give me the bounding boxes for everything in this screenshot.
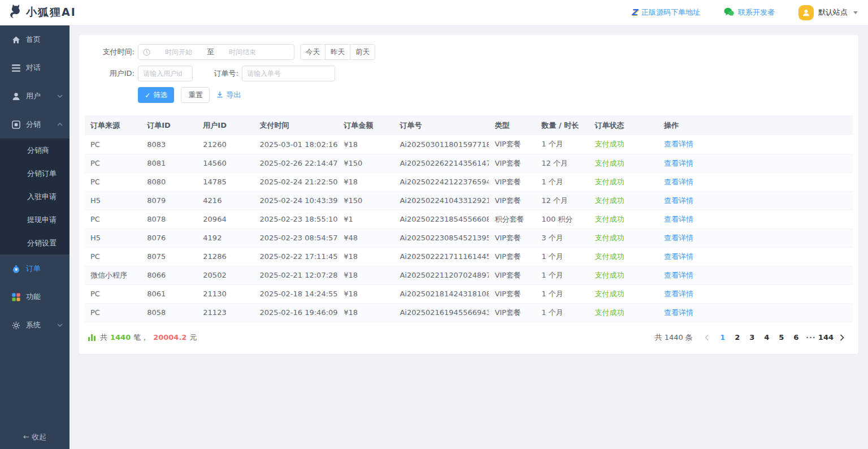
export-button[interactable]: 导出	[216, 90, 241, 100]
cell-status: 支付成功	[589, 191, 658, 210]
cell-order_no: Ai202502262214356147	[394, 154, 489, 172]
cell-source: PC	[85, 303, 141, 322]
view-details-link[interactable]: 查看详情	[664, 290, 693, 298]
view-details-link[interactable]: 查看详情	[664, 215, 693, 223]
time-start-input[interactable]	[153, 48, 205, 56]
cell-pay_time: 2025-02-16 19:46:09	[254, 303, 338, 322]
orders-card: 支付时间: 至 今天 昨天 前天 用户ID:	[79, 35, 858, 354]
cell-order_id: 8081	[141, 154, 197, 172]
cell-type: 积分套餐	[489, 210, 536, 228]
table-body: PC8083212602025-03-01 18:02:16¥18Ai20250…	[85, 135, 853, 322]
next-page-button[interactable]	[835, 330, 849, 345]
cell-user_id: 20502	[197, 266, 254, 284]
order-no-input[interactable]	[242, 66, 335, 81]
cell-order_no: Ai202503011801597718	[394, 135, 489, 154]
view-details-link[interactable]: 查看详情	[664, 308, 693, 317]
svg-text:¥: ¥	[15, 267, 18, 272]
page-button-2[interactable]: 2	[730, 330, 745, 345]
day-before-button[interactable]: 前天	[350, 44, 375, 60]
sidebar-item-users[interactable]: 用户	[0, 82, 70, 110]
sidebar-collapse-button[interactable]: ← 收起	[0, 432, 70, 442]
cell-order_no: Ai202502211207024897	[394, 266, 489, 284]
cell-order_no: Ai202502221711161445	[394, 247, 489, 266]
cell-quantity: 1 个月	[536, 135, 589, 154]
cell-user_id: 4192	[197, 228, 254, 247]
table-row: PC8058211232025-02-16 19:46:09¥18Ai20250…	[85, 303, 853, 322]
cell-quantity: 1 个月	[536, 172, 589, 191]
status-badge: 支付成功	[594, 196, 624, 205]
status-badge: 支付成功	[594, 234, 624, 242]
page-button-144[interactable]: 144	[818, 330, 834, 345]
cell-order_no: Ai202502241043312921	[394, 191, 489, 210]
cell-action: 查看详情	[658, 191, 853, 210]
cell-amount: ¥150	[338, 191, 394, 210]
page-button-6[interactable]: 6	[789, 330, 804, 345]
page-button-5[interactable]: 5	[774, 330, 789, 345]
view-details-link[interactable]: 查看详情	[664, 159, 693, 167]
page-button-4[interactable]: 4	[760, 330, 774, 345]
time-range-picker[interactable]: 至	[138, 44, 294, 60]
cell-order_id: 8058	[141, 303, 197, 322]
cell-type: VIP套餐	[489, 247, 536, 266]
sidebar-item-withdrawal-applications[interactable]: 提现申请	[0, 208, 70, 231]
status-badge: 支付成功	[594, 159, 624, 167]
genuine-source-link[interactable]: Z 正版源码下单地址	[631, 7, 700, 18]
cell-pay_time: 2025-02-18 14:24:55	[254, 284, 338, 303]
cell-type: VIP套餐	[489, 228, 536, 247]
sidebar-item-entry-applications[interactable]: 入驻申请	[0, 185, 70, 208]
filter-bar: 支付时间: 至 今天 昨天 前天 用户ID:	[85, 43, 853, 111]
view-details-link[interactable]: 查看详情	[664, 234, 693, 242]
cell-user_id: 14785	[197, 172, 254, 191]
pagination-ellipsis[interactable]: ···	[804, 330, 818, 345]
cell-type: VIP套餐	[489, 154, 536, 172]
filter-button[interactable]: ✓ 筛选	[138, 87, 174, 103]
cell-quantity: 12 个月	[536, 154, 589, 172]
sidebar-item-distribution-orders[interactable]: 分销订单	[0, 162, 70, 185]
sidebar-item-system[interactable]: 系统	[0, 311, 70, 339]
cell-source: PC	[85, 135, 141, 154]
time-end-input[interactable]	[216, 48, 268, 56]
table-row: PC8061211302025-02-18 14:24:55¥18Ai20250…	[85, 284, 853, 303]
view-details-link[interactable]: 查看详情	[664, 140, 693, 148]
cell-amount: ¥18	[338, 172, 394, 191]
page-button-1[interactable]: 1	[715, 330, 730, 345]
cell-amount: ¥150	[338, 154, 394, 172]
page-button-3[interactable]: 3	[745, 330, 760, 345]
cell-action: 查看详情	[658, 266, 853, 284]
cell-order_id: 8083	[141, 135, 197, 154]
cell-action: 查看详情	[658, 135, 853, 154]
prev-page-button[interactable]	[700, 330, 714, 345]
orders-table: 订单来源订单ID用户ID支付时间订单金额订单号类型数量 / 时长订单状态操作 P…	[85, 115, 853, 322]
column-header: 数量 / 时长	[536, 115, 589, 135]
user-id-input[interactable]	[138, 66, 193, 81]
sidebar-item-distributors[interactable]: 分销商	[0, 139, 70, 162]
fox-logo-icon	[6, 3, 23, 22]
sidebar-item-chat[interactable]: 对话	[0, 54, 70, 82]
cell-pay_time: 2025-02-21 12:07:28	[254, 266, 338, 284]
view-details-link[interactable]: 查看详情	[664, 178, 693, 186]
wechat-icon	[724, 7, 734, 18]
sidebar-item-features[interactable]: 功能	[0, 283, 70, 311]
yesterday-button[interactable]: 昨天	[325, 44, 350, 60]
view-details-link[interactable]: 查看详情	[664, 252, 693, 261]
cell-order_id: 8076	[141, 228, 197, 247]
contact-developer-link[interactable]: 联系开发者	[724, 7, 775, 18]
today-button[interactable]: 今天	[300, 44, 326, 60]
sidebar-item-distribution-settings[interactable]: 分销设置	[0, 231, 70, 254]
column-header: 订单金额	[338, 115, 394, 135]
sidebar-item-home[interactable]: 首页	[0, 25, 70, 54]
view-details-link[interactable]: 查看详情	[664, 271, 693, 279]
sidebar-item-distribution[interactable]: 分销	[0, 110, 70, 139]
cell-pay_time: 2025-03-01 18:02:16	[254, 135, 338, 154]
site-switcher[interactable]: 默认站点	[798, 5, 858, 20]
sidebar-item-orders[interactable]: ¥ 订单	[0, 254, 70, 283]
cell-status: 支付成功	[589, 303, 658, 322]
table-row: H5807942162025-02-24 10:43:39¥150Ai20250…	[85, 191, 853, 210]
view-details-link[interactable]: 查看详情	[664, 196, 693, 205]
cell-user_id: 20964	[197, 210, 254, 228]
check-icon: ✓	[145, 91, 150, 100]
avatar	[798, 5, 814, 20]
reset-button[interactable]: 重置	[181, 87, 210, 103]
cell-amount: ¥48	[338, 228, 394, 247]
table-row: PC8080147852025-02-24 21:22:50¥18Ai20250…	[85, 172, 853, 191]
